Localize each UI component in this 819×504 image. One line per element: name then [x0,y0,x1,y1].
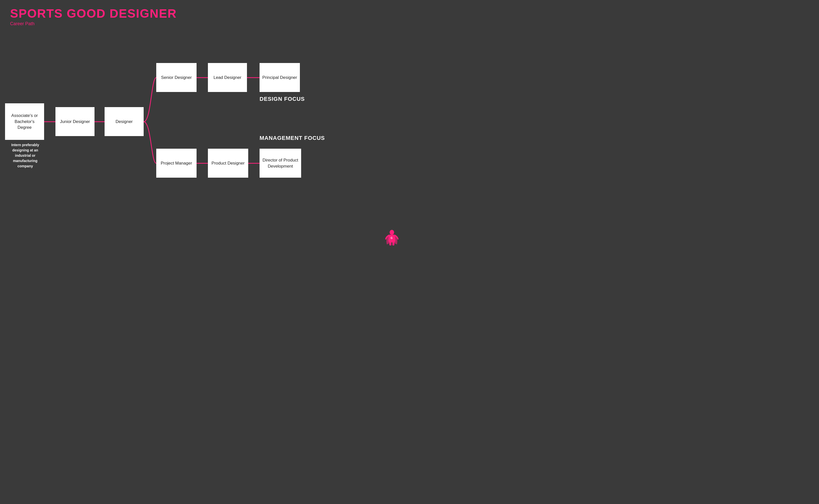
svg-point-6 [390,230,394,235]
senior-designer-box: Senior Designer [156,63,197,92]
project-manager-box: Project Manager [156,149,197,178]
lead-designer-box: Lead Designer [208,63,247,92]
degree-box: Associate's or Bachelor's Degree [5,103,44,140]
director-box: Director of Product Development [260,149,301,178]
svg-rect-7 [389,241,391,245]
svg-rect-8 [392,241,394,245]
intern-description: Intern preferably designing at an indust… [5,142,45,169]
page-title: SPORTS GOOD DESIGNER [10,8,177,20]
designer-box: Designer [105,107,144,136]
career-diagram: Associate's or Bachelor's Degree Junior … [0,38,409,244]
product-designer-box: Product Designer [208,149,248,178]
principal-designer-box: Principal Designer [260,63,300,92]
mascot-logo: G [384,229,399,247]
svg-text:G: G [391,237,393,239]
management-focus-label: MANAGEMENT FOCUS [260,135,325,141]
page-subtitle: Career Path [10,21,177,26]
design-focus-label: DESIGN FOCUS [260,96,305,102]
junior-designer-box: Junior Designer [55,107,95,136]
header: SPORTS GOOD DESIGNER Career Path [10,8,177,26]
